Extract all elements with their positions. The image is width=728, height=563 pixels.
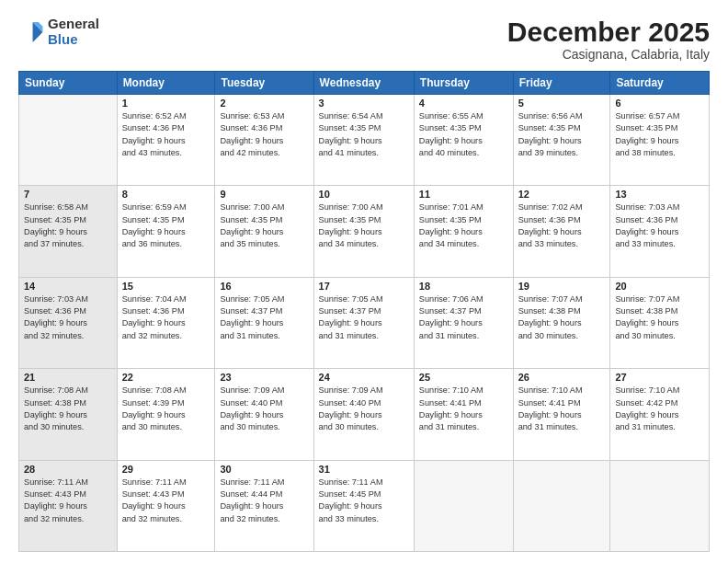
day-number: 28: [24, 464, 112, 475]
weekday-header-friday: Friday: [513, 72, 610, 95]
week-row-3: 14Sunrise: 7:03 AMSunset: 4:36 PMDayligh…: [19, 277, 710, 368]
day-info: Sunrise: 6:54 AMSunset: 4:35 PMDaylight:…: [319, 110, 409, 159]
day-number: 7: [24, 189, 112, 200]
calendar-header: SundayMondayTuesdayWednesdayThursdayFrid…: [19, 72, 710, 95]
calendar-cell: 18Sunrise: 7:06 AMSunset: 4:37 PMDayligh…: [414, 277, 513, 368]
day-number: 3: [319, 98, 409, 109]
day-info: Sunrise: 7:03 AMSunset: 4:36 PMDaylight:…: [615, 201, 704, 250]
calendar-cell: 30Sunrise: 7:11 AMSunset: 4:44 PMDayligh…: [215, 460, 313, 551]
day-info: Sunrise: 7:08 AMSunset: 4:39 PMDaylight:…: [122, 385, 210, 433]
day-info: Sunrise: 7:10 AMSunset: 4:41 PMDaylight:…: [518, 385, 606, 433]
weekday-header-row: SundayMondayTuesdayWednesdayThursdayFrid…: [19, 72, 710, 95]
weekday-header-wednesday: Wednesday: [313, 72, 414, 95]
calendar-cell: 25Sunrise: 7:10 AMSunset: 4:41 PMDayligh…: [414, 369, 513, 460]
day-info: Sunrise: 7:11 AMSunset: 4:44 PMDaylight:…: [220, 477, 308, 525]
calendar-cell: 16Sunrise: 7:05 AMSunset: 4:37 PMDayligh…: [215, 277, 313, 368]
calendar-cell: 12Sunrise: 7:02 AMSunset: 4:36 PMDayligh…: [513, 186, 610, 277]
day-number: 31: [319, 464, 409, 475]
title-block: December 2025 Casignana, Calabria, Italy: [507, 17, 710, 62]
day-info: Sunrise: 6:55 AMSunset: 4:35 PMDaylight:…: [419, 110, 508, 159]
calendar-cell: 26Sunrise: 7:10 AMSunset: 4:41 PMDayligh…: [513, 369, 610, 460]
week-row-5: 28Sunrise: 7:11 AMSunset: 4:43 PMDayligh…: [19, 460, 710, 551]
day-number: 5: [518, 98, 606, 109]
calendar-cell: 1Sunrise: 6:52 AMSunset: 4:36 PMDaylight…: [117, 95, 215, 186]
day-number: 10: [319, 189, 409, 200]
day-info: Sunrise: 7:08 AMSunset: 4:38 PMDaylight:…: [24, 385, 112, 433]
day-number: 18: [419, 281, 508, 292]
weekday-header-saturday: Saturday: [610, 72, 710, 95]
header: General Blue December 2025 Casignana, Ca…: [18, 17, 710, 62]
day-number: 27: [615, 372, 704, 383]
day-info: Sunrise: 7:04 AMSunset: 4:36 PMDaylight:…: [122, 293, 210, 342]
logo-blue: Blue: [48, 32, 99, 48]
calendar-cell: 24Sunrise: 7:09 AMSunset: 4:40 PMDayligh…: [313, 369, 414, 460]
day-info: Sunrise: 7:01 AMSunset: 4:35 PMDaylight:…: [419, 201, 508, 250]
day-number: 30: [220, 464, 308, 475]
calendar-cell: 10Sunrise: 7:00 AMSunset: 4:35 PMDayligh…: [313, 186, 414, 277]
calendar-cell: 13Sunrise: 7:03 AMSunset: 4:36 PMDayligh…: [610, 186, 710, 277]
day-info: Sunrise: 7:05 AMSunset: 4:37 PMDaylight:…: [220, 293, 308, 342]
day-number: 16: [220, 281, 308, 292]
day-number: 13: [615, 189, 704, 200]
day-info: Sunrise: 7:11 AMSunset: 4:43 PMDaylight:…: [24, 477, 112, 525]
calendar-cell: 8Sunrise: 6:59 AMSunset: 4:35 PMDaylight…: [117, 186, 215, 277]
logo-text: General Blue: [48, 17, 99, 47]
weekday-header-tuesday: Tuesday: [215, 72, 313, 95]
day-number: 24: [319, 372, 409, 383]
day-info: Sunrise: 7:00 AMSunset: 4:35 PMDaylight:…: [220, 201, 308, 250]
day-info: Sunrise: 7:11 AMSunset: 4:45 PMDaylight:…: [319, 477, 409, 525]
day-number: 15: [122, 281, 210, 292]
calendar-cell: 21Sunrise: 7:08 AMSunset: 4:38 PMDayligh…: [19, 369, 118, 460]
calendar-cell: 22Sunrise: 7:08 AMSunset: 4:39 PMDayligh…: [117, 369, 215, 460]
day-number: 17: [319, 281, 409, 292]
weekday-header-sunday: Sunday: [19, 72, 118, 95]
day-number: 20: [615, 281, 704, 292]
day-info: Sunrise: 7:09 AMSunset: 4:40 PMDaylight:…: [220, 385, 308, 433]
day-info: Sunrise: 6:56 AMSunset: 4:35 PMDaylight:…: [518, 110, 606, 159]
calendar-cell: 2Sunrise: 6:53 AMSunset: 4:36 PMDaylight…: [215, 95, 313, 186]
day-number: 8: [122, 189, 210, 200]
week-row-1: 1Sunrise: 6:52 AMSunset: 4:36 PMDaylight…: [19, 95, 710, 186]
calendar-body: 1Sunrise: 6:52 AMSunset: 4:36 PMDaylight…: [19, 95, 710, 552]
day-info: Sunrise: 6:52 AMSunset: 4:36 PMDaylight:…: [122, 110, 210, 159]
day-info: Sunrise: 7:00 AMSunset: 4:35 PMDaylight:…: [319, 201, 409, 250]
day-number: 14: [24, 281, 112, 292]
logo-icon: [18, 19, 44, 45]
day-number: 21: [24, 372, 112, 383]
week-row-4: 21Sunrise: 7:08 AMSunset: 4:38 PMDayligh…: [19, 369, 710, 460]
day-number: 26: [518, 372, 606, 383]
calendar-cell: 14Sunrise: 7:03 AMSunset: 4:36 PMDayligh…: [19, 277, 118, 368]
calendar-cell: 17Sunrise: 7:05 AMSunset: 4:37 PMDayligh…: [313, 277, 414, 368]
calendar: SundayMondayTuesdayWednesdayThursdayFrid…: [18, 71, 710, 552]
day-info: Sunrise: 6:53 AMSunset: 4:36 PMDaylight:…: [220, 110, 308, 159]
day-info: Sunrise: 7:10 AMSunset: 4:41 PMDaylight:…: [419, 385, 508, 433]
day-info: Sunrise: 6:59 AMSunset: 4:35 PMDaylight:…: [122, 201, 210, 250]
day-info: Sunrise: 7:05 AMSunset: 4:37 PMDaylight:…: [319, 293, 409, 342]
day-number: 4: [419, 98, 508, 109]
weekday-header-thursday: Thursday: [414, 72, 513, 95]
calendar-cell: 11Sunrise: 7:01 AMSunset: 4:35 PMDayligh…: [414, 186, 513, 277]
month-title: December 2025: [507, 17, 710, 47]
calendar-cell: 9Sunrise: 7:00 AMSunset: 4:35 PMDaylight…: [215, 186, 313, 277]
day-number: 12: [518, 189, 606, 200]
calendar-cell: 4Sunrise: 6:55 AMSunset: 4:35 PMDaylight…: [414, 95, 513, 186]
day-number: 22: [122, 372, 210, 383]
day-number: 1: [122, 98, 210, 109]
day-info: Sunrise: 7:09 AMSunset: 4:40 PMDaylight:…: [319, 385, 409, 433]
day-info: Sunrise: 7:11 AMSunset: 4:43 PMDaylight:…: [122, 477, 210, 525]
page: General Blue December 2025 Casignana, Ca…: [0, 0, 728, 563]
weekday-header-monday: Monday: [117, 72, 215, 95]
day-number: 9: [220, 189, 308, 200]
location-subtitle: Casignana, Calabria, Italy: [507, 47, 710, 62]
day-number: 2: [220, 98, 308, 109]
day-info: Sunrise: 7:07 AMSunset: 4:38 PMDaylight:…: [615, 293, 704, 342]
day-number: 23: [220, 372, 308, 383]
calendar-cell: 7Sunrise: 6:58 AMSunset: 4:35 PMDaylight…: [19, 186, 118, 277]
logo-general: General: [48, 17, 99, 32]
calendar-cell: 15Sunrise: 7:04 AMSunset: 4:36 PMDayligh…: [117, 277, 215, 368]
logo: General Blue: [18, 17, 99, 47]
day-number: 19: [518, 281, 606, 292]
calendar-cell: 6Sunrise: 6:57 AMSunset: 4:35 PMDaylight…: [610, 95, 710, 186]
day-number: 6: [615, 98, 704, 109]
calendar-cell: 31Sunrise: 7:11 AMSunset: 4:45 PMDayligh…: [313, 460, 414, 551]
